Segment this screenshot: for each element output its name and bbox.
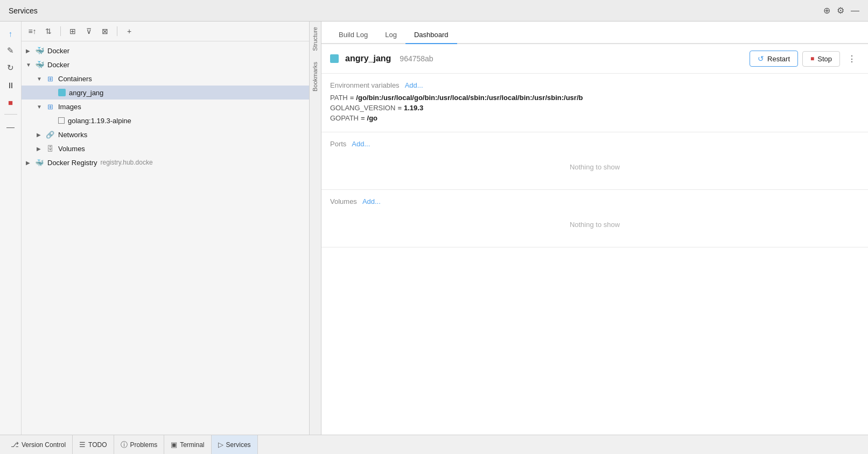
- stop-toolbar-btn[interactable]: ■: [2, 95, 19, 110]
- env-row-golang-ver: GOLANG_VERSION = 1.19.3: [330, 104, 859, 112]
- tree-item-volumes[interactable]: ▶ 🗄 Volumes: [22, 141, 309, 155]
- status-bar: ⎇ Version Control ☰ TODO ⓘ Problems ▣ Te…: [0, 435, 868, 454]
- docker2-icon: 🐳: [34, 60, 44, 69]
- collapse-all-icon: ≡↑: [28, 27, 36, 36]
- registry-arrow-icon: ▶: [26, 160, 34, 166]
- ports-section-header: Ports Add...: [330, 140, 859, 148]
- tree-item-images[interactable]: ▼ ⊞ Images: [22, 100, 309, 113]
- stop-square-icon: ■: [810, 55, 814, 62]
- tree-item-containers[interactable]: ▼ ⊞ Containers: [22, 72, 309, 86]
- update-icon: ↑: [9, 29, 13, 38]
- tree-item-docker1[interactable]: ▶ 🐳 Docker: [22, 44, 309, 58]
- env-val-gopath: /go: [367, 114, 378, 122]
- images-arrow-icon: ▼: [37, 104, 45, 110]
- add-btn[interactable]: +: [123, 25, 136, 38]
- layout-btn[interactable]: ⊞: [66, 25, 79, 38]
- edit-toolbar-btn[interactable]: ✎: [2, 43, 19, 58]
- volumes-empty: Nothing to show: [330, 210, 859, 239]
- tree-item-angry-jang[interactable]: angry_jang: [22, 86, 309, 100]
- ports-add-link[interactable]: Add...: [352, 140, 370, 148]
- structure-label[interactable]: Structure: [310, 22, 321, 56]
- minimize-icon[interactable]: —: [851, 6, 859, 16]
- tree-item-networks[interactable]: ▶ 🔗 Networks: [22, 127, 309, 141]
- restart-icon: ↺: [758, 54, 764, 63]
- pin-icon: ⊠: [102, 27, 108, 36]
- expand-btn[interactable]: ⇅: [42, 25, 55, 38]
- services-label: Services: [226, 441, 251, 449]
- toolbar-sep-1: [60, 26, 61, 36]
- golang-label: golang:1.19.3-alpine: [68, 117, 131, 125]
- stop-button[interactable]: ■ Stop: [802, 51, 840, 67]
- env-section: Environment variables Add... PATH = /go/…: [321, 74, 868, 132]
- tree-panel: ≡↑ ⇅ ⊞ ⊽ ⊠ + ▶ 🐳 Do: [22, 22, 310, 435]
- more-button[interactable]: ⋮: [844, 51, 859, 66]
- tab-dashboard[interactable]: Dashboard: [405, 26, 457, 44]
- content-panel: Build Log Log Dashboard angry_jang 96475…: [321, 22, 868, 435]
- networks-icon: 🔗: [45, 130, 55, 139]
- status-services[interactable]: ▷ Services: [212, 435, 258, 454]
- filter-btn[interactable]: ⊽: [82, 25, 95, 38]
- env-section-header: Environment variables Add...: [330, 81, 859, 89]
- pause-toolbar-btn[interactable]: ⏸: [2, 77, 19, 93]
- volumes-title: Volumes: [330, 197, 357, 205]
- tree-item-registry[interactable]: ▶ 🐳 Docker Registry registry.hub.docke: [22, 155, 309, 169]
- env-key-path: PATH: [330, 94, 348, 102]
- problems-icon: ⓘ: [121, 440, 128, 450]
- stop-red-icon: ■: [8, 98, 13, 107]
- bookmarks-label[interactable]: Bookmarks: [310, 56, 321, 97]
- registry-label: Docker Registry: [47, 159, 97, 167]
- status-version-control[interactable]: ⎇ Version Control: [4, 435, 73, 454]
- env-eq-gopath: =: [361, 114, 365, 122]
- images-label: Images: [58, 103, 81, 111]
- restart-label: Restart: [767, 55, 790, 63]
- angry-jang-label: angry_jang: [69, 89, 103, 97]
- env-val-golang-ver: 1.19.3: [404, 104, 423, 112]
- docker2-label: Docker: [47, 61, 69, 69]
- env-val-path: /go/bin:/usr/local/go/bin:/usr/local/sbi…: [356, 94, 583, 102]
- add-icon: +: [127, 27, 131, 36]
- container-id: 964758ab: [400, 54, 433, 63]
- toolbar-sep-2: [117, 26, 117, 36]
- pause-icon: ⏸: [6, 81, 15, 90]
- volumes-add-link[interactable]: Add...: [362, 197, 381, 205]
- update-toolbar-btn[interactable]: ↑: [2, 26, 19, 41]
- todo-icon: ☰: [79, 441, 86, 449]
- networks-arrow-icon: ▶: [37, 132, 45, 138]
- tab-log[interactable]: Log: [376, 26, 405, 44]
- ports-section: Ports Add... Nothing to show: [321, 132, 868, 190]
- dash-toolbar-btn[interactable]: —: [2, 119, 19, 134]
- services-icon: ▷: [218, 441, 223, 449]
- refresh-icon: ↻: [7, 63, 14, 73]
- title-bar-icons: ⊕ ⚙ —: [823, 5, 859, 16]
- collapse-all-btn[interactable]: ≡↑: [26, 25, 39, 38]
- tree-item-golang[interactable]: golang:1.19.3-alpine: [22, 113, 309, 127]
- arrow-icon: ▶: [26, 48, 34, 54]
- volumes-arrow-icon: ▶: [37, 146, 45, 152]
- env-row-path: PATH = /go/bin:/usr/local/go/bin:/usr/lo…: [330, 94, 859, 102]
- pin-btn[interactable]: ⊠: [99, 25, 111, 38]
- restart-button[interactable]: ↺ Restart: [750, 51, 798, 67]
- dashboard-content: angry_jang 964758ab ↺ Restart ■ Stop ⋮: [321, 44, 868, 435]
- main-container: ↑ ✎ ↻ ⏸ ■ — ≡↑ ⇅ ⊞: [0, 22, 868, 435]
- docker1-label: Docker: [47, 47, 69, 55]
- status-terminal[interactable]: ▣ Terminal: [164, 435, 211, 454]
- globe-icon[interactable]: ⊕: [823, 5, 830, 16]
- left-toolbar: ↑ ✎ ↻ ⏸ ■ —: [0, 22, 22, 435]
- env-title: Environment variables: [330, 81, 400, 89]
- tree-item-docker2[interactable]: ▼ 🐳 Docker: [22, 58, 309, 72]
- tab-build-log[interactable]: Build Log: [330, 26, 376, 44]
- refresh-toolbar-btn[interactable]: ↻: [2, 60, 19, 75]
- tabs-bar: Build Log Log Dashboard: [321, 22, 868, 44]
- status-todo[interactable]: ☰ TODO: [73, 435, 114, 454]
- stop-label: Stop: [817, 55, 832, 63]
- version-control-icon: ⎇: [11, 441, 19, 449]
- env-eq-golang-ver: =: [397, 104, 402, 112]
- env-add-link[interactable]: Add...: [405, 81, 423, 89]
- images-icon: ⊞: [45, 102, 55, 111]
- status-problems[interactable]: ⓘ Problems: [114, 435, 165, 454]
- containers-icon: ⊞: [45, 74, 55, 83]
- env-eq-path: =: [350, 94, 354, 102]
- gear-icon[interactable]: ⚙: [837, 5, 844, 16]
- ports-empty: Nothing to show: [330, 152, 859, 182]
- container-name: angry_jang: [345, 54, 391, 63]
